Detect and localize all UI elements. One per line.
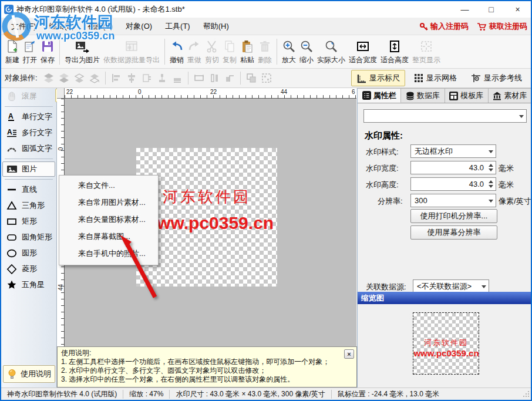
key-icon [419,22,428,31]
menu-item-from-common-images[interactable]: 来自常用图片素材... [59,194,158,211]
undo-button[interactable]: 撤销 [168,37,186,66]
minimize-button[interactable]: — [452,1,478,18]
height-unit: 毫米 [499,180,514,190]
chevron-down-icon [482,285,486,288]
menu-help[interactable]: 帮助(H) [197,18,235,35]
toolbox-divider [5,159,53,159]
resolution-select[interactable]: 300 [410,194,496,207]
watermark-height-stepper[interactable]: 43.0 [410,177,496,191]
zoom-out-icon [299,39,314,54]
usage-help-button[interactable]: 使用说明 [3,365,55,383]
tool-line[interactable]: 直线 [2,182,55,197]
menu-item-from-file[interactable]: 来自文件... [59,177,158,194]
zoom-out-button[interactable]: 缩小 [298,37,315,66]
thumbnail-preview: 河东软件园 www.pc0359.cn [413,312,479,375]
menu-item-from-screenshot[interactable]: 来自屏幕截图... [59,228,158,245]
zoom-in-button[interactable]: 放大 [280,37,298,66]
ruler-label: 0 [138,89,142,95]
rectangle-icon [5,216,18,227]
use-printer-dpi-button[interactable]: 使用打印机分辨率... [410,209,497,223]
menu-item-from-vector-icons[interactable]: 来自矢量图标素材... [59,211,158,228]
tool-rectangle[interactable]: 矩形 [2,214,55,229]
menu-object[interactable]: 对象(O) [119,18,159,35]
help-line: 2. 水印中的单行文字、多行文字、圆弧文字对象均可以双击修改； [61,366,353,375]
tool-arc-text[interactable]: 圆弧文字 [2,141,55,156]
tab-templates[interactable]: 模板库 [445,88,489,103]
tab-properties[interactable]: 属性栏 [358,88,401,103]
export-image-button[interactable]: 导出为图片 [63,37,102,66]
undo-icon [170,39,184,54]
datasource-select[interactable]: <不关联数据源> [413,279,489,293]
align-bottom-icon [170,71,184,85]
tool-picture[interactable]: 图片 [2,161,55,177]
triangle-icon [5,200,18,211]
tool-single-line-text[interactable]: A 单行文字 [2,109,55,124]
paste-button[interactable]: 粘贴 [238,37,256,66]
titlebar: 神奇水印图章制作软件 4.0 (试用版) - 未命名1.stb* — □ × [1,1,531,18]
picture-source-menu: 来自文件... 来自常用图片素材... 来自矢量图标素材... 来自屏幕截图..… [59,175,159,265]
watermark-style-select[interactable]: 无边框水印 [410,144,496,158]
copy-icon [223,39,237,54]
show-guides-toggle[interactable]: 显示参考线 [466,70,527,86]
spinner-up-icon[interactable] [489,180,493,183]
status-app-name: 神奇水印图章制作软件 4.0 (试用版) [1,389,123,399]
line-icon [5,184,18,195]
multi-line-text-icon: A [5,127,18,138]
open-button[interactable]: 打开 [21,37,39,66]
resize-grip[interactable] [523,390,530,397]
fit-width-button[interactable]: 适合宽度 [347,37,379,66]
get-license-link[interactable]: 获取注册码 [477,21,527,32]
tool-palette: 选择 滚屏 A 单行文字 A 多行文字 圆弧文字 图片 直线 [1,88,57,387]
status-zoom: 缩放 : 47% [123,389,169,399]
menu-view[interactable]: 视图(V) [81,18,119,35]
toolbox-divider [5,106,53,107]
width-unit: 毫米 [499,163,514,174]
svg-text:A: A [7,128,12,136]
menu-item-from-phone-photo[interactable]: 来自手机中的照片... [59,245,158,262]
spinner-down-icon[interactable] [489,185,493,188]
ruler-label: 22 [66,89,73,95]
menu-edit[interactable]: 编辑(E) [43,18,81,35]
new-button[interactable]: 新建 [4,37,21,66]
tab-materials[interactable]: 素材库 [489,88,532,103]
delete-button: 删除 [256,37,274,66]
menu-tools[interactable]: 工具(T) [159,18,197,35]
tool-multi-line-text[interactable]: A 多行文字 [2,125,55,140]
use-screen-dpi-button[interactable]: 使用屏幕分辨率 [410,225,497,240]
enter-license-link[interactable]: 输入注册码 [419,21,469,32]
watermark-width-stepper[interactable]: 43.0 [410,161,496,174]
same-size-icon [223,71,237,85]
spinner-down-icon[interactable] [489,169,493,171]
help-close-button[interactable]: × [344,349,354,359]
save-button[interactable]: 保存 [39,37,56,66]
object-selector-dropdown[interactable] [363,109,527,123]
redo-button: 重做 [186,37,203,66]
rounded-rectangle-icon [5,232,18,242]
close-button[interactable]: × [504,1,531,18]
ruler-label: 0 [58,146,64,153]
bring-to-front-icon [42,71,56,85]
fit-page-button: 整页显示 [410,37,442,66]
actual-size-button[interactable]: 实际大小 [315,37,347,66]
grid-icon [414,73,423,83]
batch-export-icon: 88 [124,39,139,54]
menu-file[interactable]: 文件(F) [5,18,43,35]
cut-icon [205,39,219,54]
star-icon [5,279,18,290]
show-grid-toggle[interactable]: 显示网格 [409,70,462,86]
maximize-button[interactable]: □ [478,1,504,18]
spinner-up-icon[interactable] [489,164,493,167]
tab-database[interactable]: 数据库 [401,88,445,103]
ruler-label: 44 [58,284,64,291]
tool-triangle[interactable]: 三角形 [2,198,55,213]
lightbulb-icon [7,369,17,379]
tool-rounded-rectangle[interactable]: 圆角矩形 [2,230,55,245]
usage-help-panel: 使用说明: 1. 左侧工具栏中选择一个功能后，在画布区域按住鼠标左键拖动，即可添… [57,346,357,387]
tool-star[interactable]: 五角星 [2,277,55,292]
ruler-label: 6 [352,89,355,95]
show-ruler-toggle[interactable]: 显示标尺 [351,70,405,86]
group-icon [244,71,258,85]
fit-height-button[interactable]: 适合高度 [379,37,410,66]
tool-circle[interactable]: 圆形 [2,245,55,261]
tool-diamond[interactable]: 菱形 [2,261,55,277]
